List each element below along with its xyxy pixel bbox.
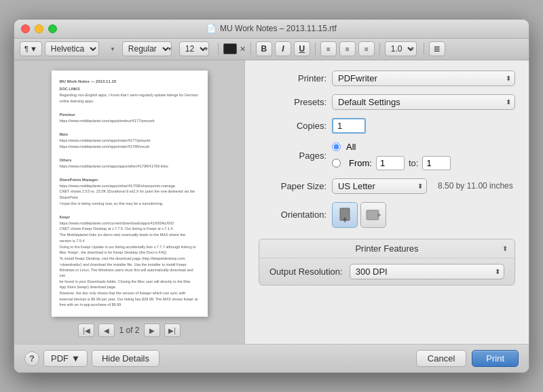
toolbar-separator-4	[379, 43, 380, 55]
window-controls	[21, 24, 57, 33]
titlebar: 📄 MU Work Notes – 2013.11.15.rtf	[14, 20, 529, 39]
features-header: Printer Features ⬍	[259, 239, 514, 258]
toolbar-separator-1	[218, 43, 219, 55]
copies-input[interactable]	[332, 118, 366, 134]
pdf-label: PDF	[51, 353, 69, 364]
landscape-icon	[366, 209, 381, 221]
orientation-label: Orientation:	[259, 210, 326, 220]
all-pages-radio[interactable]	[332, 142, 341, 151]
copies-row: Copies:	[259, 118, 515, 134]
pages-label: Pages:	[259, 151, 326, 161]
line-spacing-wrapper: 1.0	[385, 41, 419, 56]
page-navigation: |◀ ◀ 1 of 2 ▶ ▶|	[78, 324, 180, 337]
bottom-left: ? PDF ▼ Hide Details	[24, 350, 160, 367]
output-resolution-row: Output Resolution: 300 DPI	[259, 258, 514, 285]
pdf-arrow-icon: ▼	[71, 353, 80, 364]
printer-select[interactable]: PDFwriter	[332, 71, 515, 86]
prev-page-button[interactable]: ◀	[98, 324, 115, 337]
all-pages-label: All	[346, 142, 356, 152]
toolbar-separator-2	[250, 43, 251, 55]
next-page-button[interactable]: ▶	[144, 324, 160, 337]
font-style-select[interactable]: Regular	[122, 41, 172, 56]
from-pages-radio[interactable]	[332, 159, 341, 168]
copies-label: Copies:	[259, 121, 326, 131]
page-indicator: 1 of 2	[119, 326, 139, 335]
preview-panel: MU Work Notes — 2013.11.15 DOC LINKS Reg…	[14, 60, 245, 344]
close-button[interactable]	[21, 24, 30, 33]
color-x-icon: ✕	[240, 45, 246, 54]
presets-select[interactable]: Default Settings	[332, 94, 515, 110]
font-size-wrapper: 12	[179, 41, 213, 56]
printer-label: Printer:	[259, 73, 326, 83]
maximize-button[interactable]	[48, 24, 57, 33]
svg-rect-3	[367, 210, 379, 220]
copies-control	[332, 118, 515, 134]
document-icon: 📄	[206, 24, 217, 33]
pages-row: Pages: All From: to:	[259, 142, 515, 170]
print-button[interactable]: Print	[472, 350, 519, 367]
align-right-button[interactable]: ≡	[358, 41, 375, 56]
from-input[interactable]	[376, 156, 405, 170]
font-family-select[interactable]: Helvetica	[45, 41, 99, 56]
cancel-button[interactable]: Cancel	[416, 350, 466, 367]
help-button[interactable]: ?	[24, 351, 39, 366]
paragraph-style-btn[interactable]: ¶ ▼	[20, 41, 42, 56]
font-size-select[interactable]: 12	[179, 41, 209, 56]
paper-size-select[interactable]: US Letter	[332, 178, 427, 194]
orientation-group	[332, 202, 515, 228]
font-family-wrapper: Helvetica	[45, 41, 119, 56]
settings-panel: Printer: PDFwriter Presets: Default Sett…	[245, 60, 529, 344]
list-button[interactable]: ☰	[429, 41, 445, 56]
presets-row: Presets: Default Settings	[259, 94, 515, 110]
font-style-wrapper: Regular	[122, 41, 176, 56]
first-page-button[interactable]: |◀	[78, 324, 94, 337]
presets-control: Default Settings	[332, 94, 515, 110]
toolbar-separator-5	[424, 43, 424, 55]
portrait-icon	[339, 208, 351, 222]
portrait-button[interactable]	[332, 202, 358, 228]
orientation-control	[332, 202, 515, 228]
output-resolution-select[interactable]: 300 DPI	[350, 264, 504, 279]
paper-size-row: Paper Size: US Letter 8.50 by 11.00 inch…	[259, 178, 515, 194]
line-spacing-select[interactable]: 1.0	[385, 41, 417, 56]
presets-label: Presets:	[259, 97, 326, 107]
paper-size-label: Paper Size:	[259, 181, 326, 191]
align-left-button[interactable]: ≡	[320, 41, 337, 56]
page-preview: MU Work Notes — 2013.11.15 DOC LINKS Reg…	[52, 71, 208, 317]
pdf-button[interactable]: PDF ▼	[43, 350, 88, 367]
print-dialog: 📄 MU Work Notes – 2013.11.15.rtf ¶ ▼ Hel…	[14, 19, 529, 373]
features-title: Printer Features	[266, 243, 508, 254]
hide-details-button[interactable]: Hide Details	[92, 350, 160, 367]
orientation-row: Orientation:	[259, 202, 515, 228]
paper-dimensions: 8.50 by 11.00 inches	[438, 181, 513, 191]
printer-row: Printer: PDFwriter	[259, 71, 515, 86]
bottom-bar: ? PDF ▼ Hide Details Cancel Print	[14, 344, 529, 372]
toolbar-separator-3	[315, 43, 316, 55]
features-expand-icon: ⬍	[502, 245, 508, 252]
window-title: 📄 MU Work Notes – 2013.11.15.rtf	[206, 24, 337, 33]
align-center-button[interactable]: ≡	[339, 41, 356, 56]
italic-button[interactable]: I	[275, 41, 291, 56]
preview-title: MU Work Notes — 2013.11.15	[60, 79, 200, 84]
bold-button[interactable]: B	[256, 41, 272, 56]
printer-features-section: Printer Features ⬍ Output Resolution: 30…	[259, 239, 515, 286]
title-label: MU Work Notes – 2013.11.15.rtf	[220, 24, 337, 33]
to-input[interactable]	[422, 156, 451, 170]
output-resolution-wrapper: 300 DPI	[350, 264, 504, 279]
printer-control: PDFwriter	[332, 71, 515, 86]
main-content: MU Work Notes — 2013.11.15 DOC LINKS Reg…	[14, 60, 529, 344]
pages-control: All From: to:	[332, 142, 515, 170]
minimize-button[interactable]	[35, 24, 43, 33]
to-label: to:	[409, 158, 418, 168]
landscape-button[interactable]	[360, 202, 386, 228]
toolbar: ¶ ▼ Helvetica Regular 12 ✕ B I U ≡ ≡ ≡	[14, 39, 529, 60]
all-pages-row: All	[332, 142, 515, 152]
paper-size-control: US Letter 8.50 by 11.00 inches	[332, 178, 515, 194]
from-label: From:	[349, 158, 372, 168]
from-pages-row: From: to:	[332, 156, 515, 170]
underline-button[interactable]: U	[294, 41, 310, 56]
output-resolution-label: Output Resolution:	[269, 267, 343, 277]
color-swatch[interactable]	[223, 43, 237, 54]
pages-radio-group: All From: to:	[332, 142, 515, 170]
last-page-button[interactable]: ▶|	[164, 324, 181, 337]
